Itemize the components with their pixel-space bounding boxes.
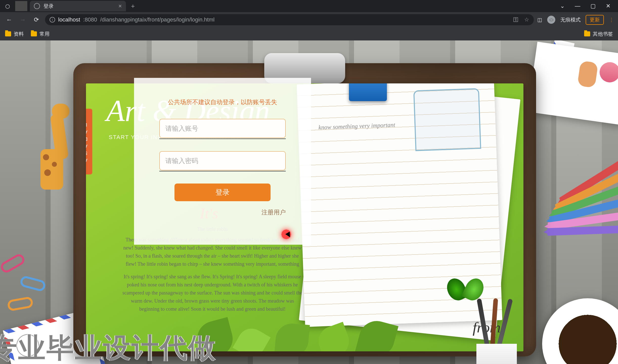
orange-tab: ASADAL	[86, 109, 92, 174]
app-icon: ◯	[3, 1, 13, 11]
other-bookmarks[interactable]: 其他书签	[584, 31, 613, 37]
url-host: localhost	[58, 16, 80, 23]
browser-tab[interactable]: 登录 ×	[30, 1, 126, 11]
postcard-illustration	[527, 42, 618, 125]
reload-button[interactable]: ⟳	[31, 15, 41, 25]
panel-toggle-icon[interactable]: ◫	[537, 17, 542, 23]
task-view-icon[interactable]	[15, 1, 27, 11]
paperclip-icon	[7, 296, 34, 312]
paperclip-icon	[0, 252, 26, 275]
login-button[interactable]: 登录	[174, 184, 271, 201]
forward-button: →	[18, 15, 28, 25]
folder-icon	[5, 31, 11, 36]
folder-icon	[31, 31, 37, 36]
star-icon[interactable]: ☆	[524, 16, 529, 23]
coffee-cup-illustration	[542, 298, 618, 364]
bookmark-folder-1[interactable]: 资料	[5, 31, 24, 37]
pencils-illustration	[547, 149, 618, 281]
back-button[interactable]: ←	[4, 15, 14, 25]
tab-title: 登录	[43, 3, 54, 10]
url-path: /dianshangpingtaix/front/pages/login/log…	[100, 16, 215, 23]
watermark-text: 专业毕业设计代做	[0, 330, 216, 364]
pen-holder-illustration	[466, 308, 527, 364]
menu-icon[interactable]: ⋮	[609, 17, 614, 23]
new-tab-button[interactable]: +	[126, 2, 140, 10]
incognito-label: 无痕模式	[560, 16, 581, 23]
globe-icon	[34, 3, 40, 9]
page-body: photograph ASADAL Art & Design START YOU…	[0, 40, 618, 364]
key-icon[interactable]: ⚿	[513, 16, 519, 23]
bookmark-folder-2[interactable]: 常用	[31, 31, 50, 37]
giraffe-illustration	[30, 109, 76, 205]
dropdown-icon[interactable]: ⌄	[560, 3, 565, 9]
username-input[interactable]	[159, 119, 286, 138]
update-button[interactable]: 更新	[586, 15, 604, 25]
minimize-icon[interactable]: —	[575, 3, 580, 9]
paperclip-icon	[19, 275, 47, 292]
url-port: :8080	[83, 16, 97, 23]
maximize-icon[interactable]: ▢	[590, 3, 596, 9]
password-input[interactable]	[159, 151, 286, 170]
close-window-icon[interactable]: ✕	[606, 3, 610, 9]
site-info-icon[interactable]: i	[50, 17, 55, 22]
login-form: 公共场所不建议自动登录，以防账号丢失 登录 注册用户	[134, 78, 311, 245]
login-warning: 公共场所不建议自动登录，以防账号丢失	[159, 98, 286, 106]
paper-text: know something very important	[318, 121, 395, 131]
carousel-icon	[413, 88, 481, 151]
close-icon[interactable]: ×	[118, 3, 122, 10]
incognito-icon: ⬭	[547, 16, 555, 24]
folder-icon	[584, 31, 590, 36]
address-bar[interactable]: i localhost:8080/dianshangpingtaix/front…	[45, 14, 534, 25]
register-link[interactable]: 注册用户	[159, 208, 286, 216]
binder-clip-icon	[349, 83, 387, 101]
